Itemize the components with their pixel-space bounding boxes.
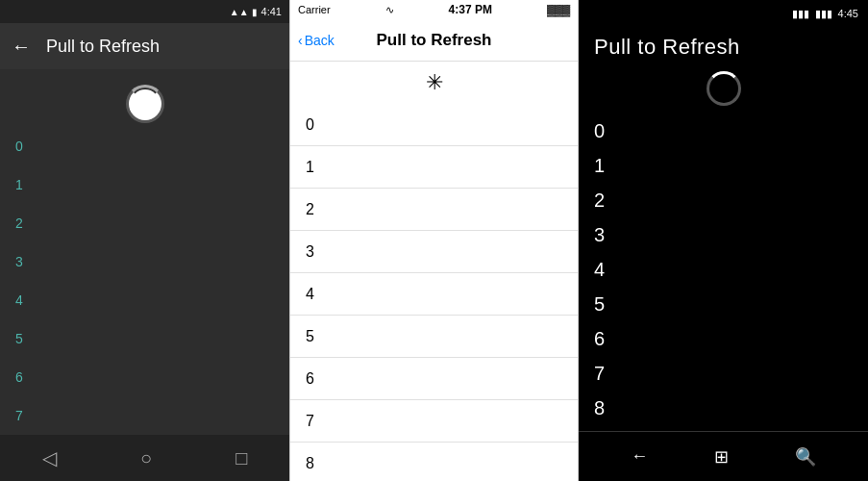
windows-panel: ▮▮▮ ▮▮▮ 4:45 Pull to Refresh 0123456789 … <box>579 0 868 481</box>
android-toolbar: ← Pull to Refresh <box>0 23 289 69</box>
android-list: 0123456789 <box>0 123 289 435</box>
android-signal-icon: ▲▲ <box>230 7 249 17</box>
android-panel: ▲▲ ▮ 4:41 ← Pull to Refresh 0123456789 ◁… <box>0 0 289 481</box>
ios-back-label: Back <box>305 33 335 48</box>
windows-list-item[interactable]: 5 <box>594 287 853 321</box>
windows-status-bar: ▮▮▮ ▮▮▮ 4:45 <box>579 0 868 27</box>
android-battery-icon: ▮ <box>252 7 258 17</box>
ios-time: 4:37 PM <box>449 3 492 16</box>
android-back-nav-icon[interactable]: ◁ <box>42 446 57 469</box>
android-list-item[interactable]: 4 <box>0 281 289 319</box>
ios-carrier: Carrier <box>298 4 331 15</box>
android-time: 4:41 <box>261 6 282 17</box>
windows-title-area: Pull to Refresh <box>579 27 868 63</box>
windows-start-nav-icon[interactable]: ⊞ <box>714 446 729 468</box>
ios-refresh-spinner: ✳ <box>426 70 443 95</box>
android-list-item[interactable]: 2 <box>0 204 289 242</box>
android-list-area: 0123456789 <box>0 69 289 435</box>
ios-list-item[interactable]: 0 <box>290 104 578 146</box>
ios-list-item[interactable]: 4 <box>290 273 578 316</box>
android-recent-nav-icon[interactable]: □ <box>236 447 247 469</box>
android-list-item[interactable]: 1 <box>0 165 289 204</box>
android-list-item[interactable]: 7 <box>0 396 289 435</box>
windows-list-item[interactable]: 6 <box>594 321 853 356</box>
android-list-item[interactable]: 3 <box>0 242 289 281</box>
android-status-bar: ▲▲ ▮ 4:41 <box>0 0 289 23</box>
android-back-button[interactable]: ← <box>12 36 31 58</box>
windows-list-item[interactable]: 7 <box>594 356 853 391</box>
ios-list-item[interactable]: 1 <box>290 146 578 189</box>
windows-spinner-area <box>579 63 868 114</box>
ios-list-item[interactable]: 6 <box>290 358 578 400</box>
windows-nav-bar: ← ⊞ 🔍 <box>579 431 868 481</box>
ios-back-button[interactable]: ‹ Back <box>298 33 335 48</box>
ios-spinner-area: ✳ <box>290 62 578 104</box>
windows-time: 4:45 <box>838 8 858 19</box>
windows-refresh-spinner <box>707 71 741 106</box>
android-refresh-spinner <box>126 85 164 123</box>
ios-battery-icon: ▓▓▓ <box>547 4 570 15</box>
windows-back-nav-icon[interactable]: ← <box>631 446 648 467</box>
ios-list-item[interactable]: 2 <box>290 189 578 231</box>
android-screen-title: Pull to Refresh <box>46 37 160 57</box>
ios-wifi-icon: ∿ <box>385 4 394 16</box>
windows-list-item[interactable]: 1 <box>594 148 853 183</box>
windows-list-item[interactable]: 8 <box>594 391 853 425</box>
android-list-item[interactable]: 6 <box>0 358 289 396</box>
android-spinner-inner <box>129 88 161 120</box>
android-spinner-area <box>0 69 289 123</box>
windows-list[interactable]: 0123456789 <box>579 114 868 431</box>
android-home-nav-icon[interactable]: ○ <box>140 447 152 469</box>
android-list-item[interactable]: 5 <box>0 319 289 358</box>
ios-panel: Carrier ∿ 4:37 PM ▓▓▓ ‹ Back Pull to Ref… <box>289 0 579 481</box>
windows-battery-icon: ▮▮▮ <box>815 8 832 20</box>
ios-list-item[interactable]: 8 <box>290 443 578 481</box>
windows-screen-title: Pull to Refresh <box>594 35 740 59</box>
ios-battery-symbol: ▓▓▓ <box>547 4 570 15</box>
windows-signal-icon: ▮▮▮ <box>792 8 809 20</box>
windows-list-item[interactable]: 4 <box>594 252 853 287</box>
android-list-item[interactable]: 0 <box>0 127 289 165</box>
android-nav-bar: ◁ ○ □ <box>0 435 289 481</box>
ios-list-item[interactable]: 7 <box>290 400 578 443</box>
ios-navbar: ‹ Back Pull to Refresh <box>290 19 578 62</box>
ios-status-bar: Carrier ∿ 4:37 PM ▓▓▓ <box>290 0 578 19</box>
ios-nav-title: Pull to Refresh <box>377 31 492 50</box>
ios-list[interactable]: 0123456789 <box>290 104 578 481</box>
ios-list-item[interactable]: 5 <box>290 316 578 358</box>
ios-back-chevron: ‹ <box>298 33 303 48</box>
ios-list-item[interactable]: 3 <box>290 231 578 273</box>
windows-list-item[interactable]: 0 <box>594 114 853 148</box>
windows-search-nav-icon[interactable]: 🔍 <box>795 446 816 468</box>
android-status-icons: ▲▲ ▮ <box>230 7 258 17</box>
windows-list-item[interactable]: 2 <box>594 183 853 217</box>
windows-list-item[interactable]: 3 <box>594 217 853 252</box>
